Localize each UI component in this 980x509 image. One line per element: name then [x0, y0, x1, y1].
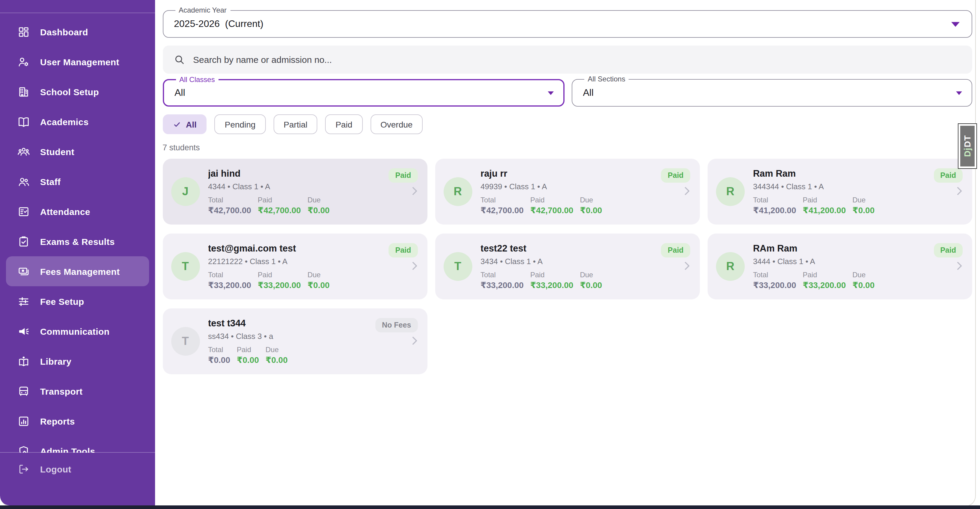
fee-stats: Total ₹33,200.00 Paid ₹33,200.00 Due ₹0.… — [208, 271, 384, 290]
sidebar-nav: Dashboard User Management School Setup — [0, 13, 155, 453]
sidebar-item-fee-setup[interactable]: Fee Setup — [0, 286, 155, 316]
section-filter-select[interactable]: All Sections All — [572, 79, 972, 107]
sidebar-item-staff[interactable]: Staff — [0, 167, 155, 196]
total-label: Total — [208, 271, 251, 279]
sidebar-item-label: Dashboard — [40, 27, 88, 37]
chip-label: Overdue — [380, 119, 412, 129]
sidebar-item-exams-results[interactable]: Exams & Results — [0, 226, 155, 256]
paid-value: ₹41,200.00 — [803, 205, 846, 215]
avatar-initial: T — [182, 335, 189, 348]
student-meta: ss434 • Class 3 • a — [208, 332, 384, 341]
due-label: Due — [853, 271, 875, 279]
sidebar-item-admin-tools[interactable]: Admin Tools — [0, 436, 155, 453]
academic-year-select[interactable]: Academic Year 2025-2026 (Current) — [162, 10, 972, 38]
avatar: T — [443, 252, 472, 281]
academic-year-label: Academic Year — [175, 6, 230, 15]
class-filter-label: All Classes — [176, 75, 218, 84]
sidebar-item-school-setup[interactable]: School Setup — [0, 76, 155, 107]
sidebar-item-user-management[interactable]: User Management — [0, 47, 155, 76]
total-stat: Total ₹33,200.00 — [208, 271, 251, 290]
sidebar: Dashboard User Management School Setup — [0, 0, 155, 506]
due-stat: Due ₹0.00 — [580, 196, 602, 215]
paid-value: ₹42,700.00 — [530, 205, 573, 215]
paid-value: ₹0.00 — [237, 355, 259, 365]
avatar: J — [171, 177, 200, 206]
chip-label: Pending — [225, 119, 256, 129]
sidebar-item-label: Library — [40, 356, 72, 366]
status-chip-paid[interactable]: Paid — [325, 115, 363, 134]
paid-label: Paid — [258, 196, 301, 204]
status-chip-pending[interactable]: Pending — [215, 115, 266, 134]
fee-sliders-icon — [18, 295, 30, 307]
avatar: R — [716, 252, 745, 281]
status-badge: Paid — [661, 243, 690, 258]
status-badge: Paid — [661, 168, 690, 183]
sidebar-item-student[interactable]: Student — [0, 137, 155, 167]
student-card-ram-ram[interactable]: R Ram Ram 344344 • Class 1 • A Total ₹41… — [708, 159, 972, 224]
students-group-icon — [18, 145, 30, 158]
sidebar-item-communication[interactable]: Communication — [0, 316, 155, 346]
due-stat: Due ₹0.00 — [580, 271, 602, 290]
student-meta: 3434 • Class 1 • A — [480, 257, 656, 266]
status-chip-overdue[interactable]: Overdue — [370, 115, 423, 134]
exam-clipboard-icon — [18, 235, 30, 248]
class-filter-select[interactable]: All Classes All — [162, 79, 565, 107]
fee-stats: Total ₹42,700.00 Paid ₹42,700.00 Due ₹0.… — [480, 196, 656, 215]
paid-value: ₹33,200.00 — [258, 280, 301, 290]
sidebar-item-fees-management[interactable]: Fees Management — [6, 256, 149, 286]
logout-button[interactable]: Logout — [0, 454, 155, 484]
student-card-raju-rr[interactable]: R raju rr 49939 • Class 1 • A Total ₹42,… — [435, 159, 700, 224]
admin-shield-icon — [18, 445, 30, 453]
sidebar-item-dashboard[interactable]: Dashboard — [0, 17, 155, 47]
django-debug-toolbar-handle[interactable]: DjDT — [958, 124, 976, 168]
staff-people-icon — [18, 175, 30, 188]
sidebar-item-reports[interactable]: Reports — [0, 406, 155, 436]
avatar-initial: J — [182, 185, 188, 198]
sidebar-item-attendance[interactable]: Attendance — [0, 196, 155, 226]
sidebar-item-academics[interactable]: Academics — [0, 107, 155, 137]
fee-stats: Total ₹0.00 Paid ₹0.00 Due ₹0.00 — [208, 345, 384, 365]
djdt-label-white: DT — [963, 135, 972, 148]
avatar-initial: R — [726, 185, 734, 198]
student-card-test-gmai-com-test[interactable]: T test@gmai.com test 22121222 • Class 1 … — [162, 234, 427, 299]
attendance-checklist-icon — [18, 205, 30, 218]
paid-label: Paid — [237, 345, 259, 354]
avatar: R — [443, 177, 472, 206]
sidebar-item-label: Exams & Results — [40, 236, 115, 247]
student-info: test22 test 3434 • Class 1 • A Total ₹33… — [480, 243, 656, 290]
status-chip-partial[interactable]: Partial — [274, 115, 318, 134]
student-card-jai-hind[interactable]: J jai hind 4344 • Class 1 • A Total ₹42,… — [162, 159, 427, 224]
student-search[interactable] — [162, 46, 972, 74]
sidebar-item-label: Transport — [40, 386, 83, 396]
payments-card-icon — [18, 265, 30, 278]
student-name: Ram Ram — [753, 168, 929, 179]
student-name: test22 test — [480, 243, 656, 254]
logout-label: Logout — [40, 464, 71, 474]
sidebar-item-library[interactable]: Library — [0, 346, 155, 376]
section-filter-value: All — [572, 87, 594, 98]
avatar: R — [716, 177, 745, 206]
due-stat: Due ₹0.00 — [853, 271, 875, 290]
chevron-right-icon — [409, 262, 417, 270]
class-section-row: All Classes All All Sections All — [162, 79, 972, 107]
bus-icon — [18, 385, 30, 397]
student-card-ram-ram[interactable]: R RAm Ram 3444 • Class 1 • A Total ₹33,2… — [708, 234, 972, 299]
due-label: Due — [307, 271, 329, 279]
sidebar-item-label: School Setup — [40, 86, 99, 97]
sidebar-item-transport[interactable]: Transport — [0, 376, 155, 406]
student-card-test-t344[interactable]: T test t344 ss434 • Class 3 • a Total ₹0… — [162, 309, 427, 374]
status-badge: No Fees — [375, 318, 418, 332]
sidebar-item-label: Admin Tools — [40, 446, 95, 453]
paid-stat: Paid ₹42,700.00 — [530, 196, 573, 215]
dropdown-arrow-icon — [956, 91, 962, 95]
total-value: ₹0.00 — [208, 355, 230, 365]
student-meta: 3444 • Class 1 • A — [753, 257, 929, 266]
status-chip-all[interactable]: All — [162, 115, 207, 134]
student-info: RAm Ram 3444 • Class 1 • A Total ₹33,200… — [753, 243, 929, 290]
search-input[interactable] — [193, 54, 961, 65]
paid-stat: Paid ₹42,700.00 — [258, 196, 301, 215]
avatar-initial: T — [182, 260, 189, 273]
fee-stats: Total ₹33,200.00 Paid ₹33,200.00 Due ₹0.… — [480, 271, 656, 290]
student-card-test22-test[interactable]: T test22 test 3434 • Class 1 • A Total ₹… — [435, 234, 700, 299]
student-info: test@gmai.com test 22121222 • Class 1 • … — [208, 243, 384, 290]
